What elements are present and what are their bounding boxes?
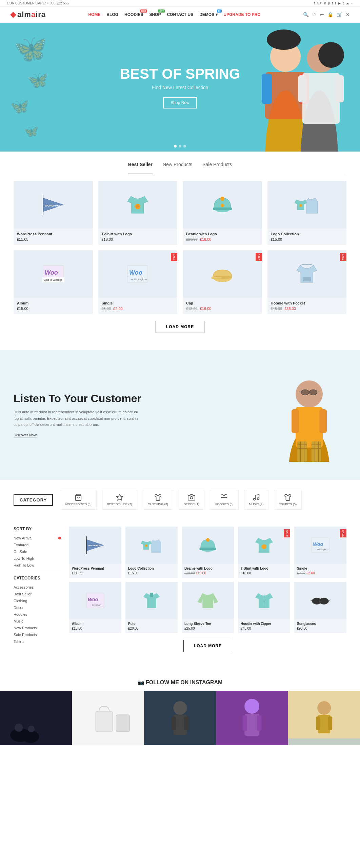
product-image: WORDPRESS [14,181,93,229]
cat-best-seller[interactable]: Best Seller [14,591,61,597]
pinterest-icon[interactable]: p [328,1,330,5]
cat-sale-products[interactable]: Sale Products [14,631,61,638]
sale-badge: SALE [284,529,290,537]
instagram-item[interactable] [0,691,72,745]
cat-clothing[interactable]: Clothing [14,597,61,604]
hero-dot-2[interactable] [179,145,181,147]
twitter-icon[interactable]: t [332,1,333,5]
shop-product-image: Woo — the album — [69,582,121,619]
cat-accessories[interactable]: Accessories [14,584,61,591]
product-card: Beanie with Logo £20.00 £18.00 [183,181,262,245]
svg-point-5 [267,29,301,50]
nav-contact[interactable]: CONTACT US [167,12,193,17]
sort-on-sale[interactable]: On Sale [14,548,61,555]
category-tab-tshirts[interactable]: TSHIRTS (5) [274,490,302,510]
instagram-item[interactable] [288,691,360,745]
tab-new-products[interactable]: New Products [163,162,192,170]
product-price: £3.00 £2.00 [102,307,174,311]
shop-product-price: £20.00 £18.00 [184,571,231,575]
cart-icon[interactable]: 🛒 [337,12,342,17]
svg-rect-97 [242,715,247,731]
spotify-icon[interactable]: ○ [351,1,353,5]
close-icon[interactable]: ✕ [346,12,350,17]
shop-product-name: T-Shirt with Logo [241,567,287,570]
listen-model-svg [272,367,346,462]
tab-best-seller[interactable]: Best Seller [128,162,153,174]
cat-new-products[interactable]: New Products [14,625,61,631]
cat-music[interactable]: Music [14,618,61,625]
hero-cta-button[interactable]: Shop Now [163,97,197,108]
shop-product-image: Woo — the single — [294,527,346,564]
sort-low-high[interactable]: Low To High [14,555,61,562]
collection-image [293,191,320,218]
nav-upgrade[interactable]: UPGRADE TO PRO [224,12,261,17]
youtube-icon[interactable]: ▶ [338,1,341,5]
butterfly-icon-2: 🦋 [27,70,48,90]
linkedin-icon[interactable]: in [323,1,326,5]
cat-hoodies[interactable]: Hoodies [14,611,61,618]
instagram-item[interactable] [144,691,216,745]
search-icon[interactable]: 🔍 [303,12,309,17]
compare-icon[interactable]: ⇌ [320,12,324,17]
shop-product-price: £15.00 [72,627,119,630]
product-image: Woo — the single — Add to Wishlist [14,250,93,298]
product-image [267,250,347,298]
lock-icon[interactable]: 🔒 [327,12,333,17]
svg-rect-31 [303,277,311,281]
product-info: Logo Collection £15.00 [267,229,347,245]
cat-decor[interactable]: Decor [14,604,61,611]
sort-high-low[interactable]: High To Low [14,562,61,569]
instagram-grid [0,691,360,745]
sort-featured[interactable]: Featured [14,541,61,548]
shop-product-card: SALE Woo — the single — Single £3.00 £2.… [294,527,346,578]
load-more-button[interactable]: LOAD MORE [156,321,204,333]
shop-product-info: Hoodie with Zipper £45.00 [238,619,290,633]
nav-hoodies[interactable]: HOODIES HOT [124,12,143,17]
camera-icon [188,494,195,501]
discover-link[interactable]: Discover Now [14,433,37,437]
svg-point-63 [206,538,210,542]
product-quick-actions: Add to Wishlist [42,277,64,282]
product-info: T-Shirt with Logo £18.00 [98,229,178,245]
product-name: Cap [186,301,259,305]
sale-badge: SALE [171,253,177,261]
soundcloud-icon[interactable]: ☁ [346,1,349,5]
cat-tshirts[interactable]: Tshirts [14,638,61,645]
category-label: CATEGORY [14,494,53,506]
nav-shop[interactable]: SHOP HOT [149,12,161,17]
add-to-wishlist-link[interactable]: Add to Wishlist [44,278,62,281]
tumblr-icon[interactable]: t [335,1,336,5]
butterfly-decorations: 🦋 🦋 🦋 🦋 [7,23,61,152]
fb-icon[interactable]: f [314,1,315,5]
svg-text:Woo: Woo [45,269,58,276]
product-info: Single £3.00 £2.00 [98,298,178,314]
sort-new-arrival[interactable]: New Arrival [14,535,61,541]
category-tab-clothing[interactable]: CLOTHING (3) [143,490,173,510]
shop-load-more-button[interactable]: LOAD MORE [183,640,232,652]
vine-icon[interactable]: t [343,1,344,5]
category-tab-hoodies[interactable]: HOODIES (3) [210,490,239,510]
instagram-item[interactable] [216,691,288,745]
product-name: Hoodie with Pocket [271,301,343,305]
category-tab-decor[interactable]: DECOR (1) [179,490,204,510]
category-tab-accessories[interactable]: ACCESSORIES (3) [60,490,97,510]
svg-line-79 [329,600,331,600]
hero-dot-3[interactable] [183,145,186,147]
instagram-photo-2 [72,691,144,745]
logo[interactable]: ◆ almaira [10,10,46,19]
tab-sale-products[interactable]: Sale Products [202,162,232,170]
svg-point-95 [244,699,259,714]
wishlist-icon[interactable]: ♡ [312,12,317,17]
product-name: WordPress Pennant [17,232,89,236]
instagram-item[interactable] [72,691,144,745]
product-price: £15.00 [17,307,89,311]
gplus-icon[interactable]: G+ [317,1,322,5]
category-tab-music[interactable]: MUSIC (2) [244,490,269,510]
nav-home[interactable]: HOME [88,12,100,17]
hero-dot-1[interactable] [174,145,177,147]
category-tab-bestseller[interactable]: BEST SELLER (2) [102,490,137,510]
shop-single-img: Woo — the single — [308,533,332,557]
shop-product-name: Single [297,567,344,570]
nav-blog[interactable]: BLOG [106,12,118,17]
nav-demos[interactable]: DEMOS 13 ▾ [199,12,217,17]
